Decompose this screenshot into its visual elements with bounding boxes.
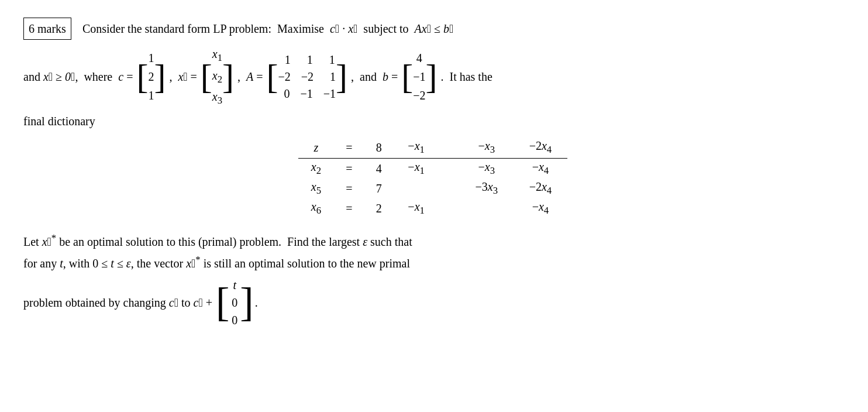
problem-intro-text: Consider the standard form LP problem: M… — [80, 19, 453, 38]
dict-r3-6: −x4 — [514, 198, 567, 218]
dict-row-x5: x5 = 7 −3x3 −2x4 — [298, 178, 567, 198]
bracket-left-A: [ — [267, 62, 278, 92]
dictionary-section: z = 8 −x1 −x3 −2x4 x2 = 4 −x1 −x3 −x4 — [23, 138, 842, 218]
dict-r2-5: −3x3 — [460, 178, 514, 198]
dict-r2-1: = — [334, 178, 364, 198]
dict-r2-4 — [439, 178, 459, 198]
A-row2: −2 −2 1 — [278, 68, 336, 85]
final-dictionary-label: final dictionary — [23, 115, 842, 128]
bracket-left-x: [ — [201, 62, 212, 92]
dict-r1-0: x2 — [298, 159, 334, 179]
first-line: 6 marks Consider the standard form LP pr… — [23, 18, 842, 40]
A-cell-11: −2 — [301, 68, 314, 85]
A-row1: 1 1 1 — [279, 52, 335, 68]
dict-r2-6: −2x4 — [514, 178, 567, 198]
dict-h6: −2x4 — [514, 138, 567, 159]
dict-r3-0: x6 — [298, 198, 334, 218]
A-matrix-values: 1 1 1 −2 −2 1 0 −1 −1 — [278, 52, 336, 102]
bottom-line3-text: problem obtained by changing c⃗ to c⃗ + — [23, 293, 212, 313]
bracket-right: ] — [154, 62, 166, 92]
dict-r2-0: x5 — [298, 178, 334, 198]
bottom-line3: problem obtained by changing c⃗ to c⃗ + … — [23, 276, 842, 329]
c-vector-values: 1 2 1 — [148, 49, 154, 105]
bracket-left: [ — [136, 62, 148, 92]
bracket-right-b: ] — [426, 62, 438, 92]
dict-h1: = — [334, 138, 364, 159]
dict-row-x2: x2 = 4 −x1 −x3 −x4 — [298, 159, 567, 179]
c-vector: [ 1 2 1 ] — [136, 49, 166, 105]
bracket-left-b: [ — [401, 62, 413, 92]
dict-r1-5: −x3 — [460, 159, 514, 179]
dict-r1-6: −x4 — [514, 159, 567, 179]
A-cell-00: 1 — [279, 52, 291, 68]
A-cell-20: 0 — [278, 85, 290, 102]
dict-r1-4 — [439, 159, 459, 179]
bottom-line2: for any t, with 0 ≤ t ≤ ε, the vector x⃗… — [23, 252, 842, 273]
dict-h2: 8 — [364, 138, 394, 159]
it-has-end: . It has the — [440, 67, 492, 86]
problem-container: 6 marks Consider the standard form LP pr… — [23, 18, 842, 329]
b-vector: [ 4 −1 −2 ] — [401, 49, 437, 105]
A-row3: 0 −1 −1 — [278, 85, 336, 102]
dict-r3-5 — [460, 198, 514, 218]
dict-r1-2: 4 — [364, 159, 394, 179]
dict-r3-3: −x1 — [394, 198, 439, 218]
A-cell-01: 1 — [301, 52, 313, 68]
dict-r2-3 — [394, 178, 439, 198]
dict-header-row: z = 8 −x1 −x3 −2x4 — [298, 138, 567, 159]
A-cell-10: −2 — [278, 68, 291, 85]
A-cell-02: 1 — [323, 52, 335, 68]
dict-r3-2: 2 — [364, 198, 394, 218]
dict-r1-3: −x1 — [394, 159, 439, 179]
dict-h3: −x1 — [394, 138, 439, 159]
t-vector-values: t 0 0 — [229, 276, 240, 329]
bracket-left-t: [ — [216, 286, 229, 319]
bracket-right-A: ] — [336, 62, 347, 92]
bracket-right-x: ] — [222, 62, 234, 92]
comma2: , A = — [237, 67, 263, 86]
second-line: and x⃗ ≥ 0⃗, where c = [ 1 2 1 ] , x⃗ = … — [23, 44, 842, 109]
dict-row-x6: x6 = 2 −x1 −x4 — [298, 198, 567, 218]
and-b-text: , and b = — [351, 67, 398, 86]
comma1: , x⃗ = — [169, 67, 197, 86]
x-vector: [ x1 x2 x3 ] — [201, 44, 234, 109]
x-vector-values: x1 x2 x3 — [212, 44, 222, 109]
dict-r3-1: = — [334, 198, 364, 218]
bracket-right-t: ] — [240, 286, 253, 319]
bottom-paragraph: Let x⃗* be an optimal solution to this (… — [23, 230, 842, 329]
dict-r2-2: 7 — [364, 178, 394, 198]
marks-box: 6 marks — [23, 18, 71, 40]
dict-h0: z — [298, 138, 334, 159]
bottom-line1: Let x⃗* be an optimal solution to this (… — [23, 230, 842, 252]
A-cell-12: 1 — [324, 68, 336, 85]
dictionary-table: z = 8 −x1 −x3 −2x4 x2 = 4 −x1 −x3 −x4 — [298, 138, 567, 218]
bottom-period: . — [255, 293, 258, 313]
b-vector-values: 4 −1 −2 — [413, 49, 425, 105]
t-vector: [ t 0 0 ] — [216, 276, 254, 329]
A-matrix: [ 1 1 1 −2 −2 1 0 −1 −1 ] — [267, 52, 348, 102]
dict-r3-4 — [439, 198, 459, 218]
A-cell-22: −1 — [323, 85, 336, 102]
A-cell-21: −1 — [301, 85, 313, 102]
dict-h4 — [439, 138, 459, 159]
and-vec-text: and x⃗ ≥ 0⃗, where c = — [23, 67, 133, 86]
dict-r1-1: = — [334, 159, 364, 179]
dict-h5: −x3 — [460, 138, 514, 159]
